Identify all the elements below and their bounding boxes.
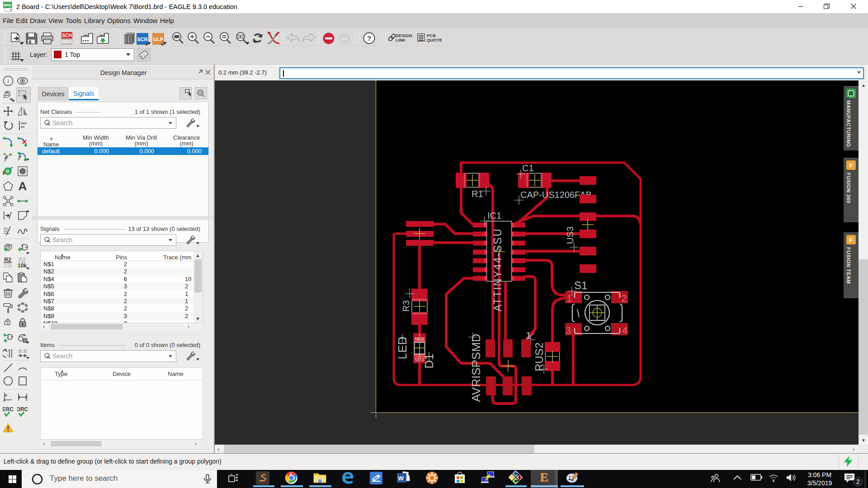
svg-text:AVRISPSMD: AVRISPSMD <box>469 333 483 402</box>
svg-text:SCH: SCH <box>62 33 72 38</box>
svg-text:i: i <box>7 78 9 84</box>
svg-text:R1: R1 <box>472 189 483 199</box>
svg-text:BRD: BRD <box>62 39 72 44</box>
svg-text:SCR: SCR <box>137 37 147 42</box>
svg-text:10k: 10k <box>3 263 12 268</box>
svg-text:US3: US3 <box>565 226 575 244</box>
svg-text:10k: 10k <box>18 263 27 268</box>
svg-text:R3: R3 <box>401 300 411 312</box>
svg-text:F: F <box>849 162 853 169</box>
svg-text:S1: S1 <box>574 279 587 291</box>
svg-text:2: 2 <box>856 478 860 485</box>
svg-text:IC1: IC1 <box>487 211 501 221</box>
svg-text:E: E <box>540 471 548 484</box>
svg-text:C1: C1 <box>522 163 534 173</box>
svg-text:?: ? <box>367 34 371 42</box>
svg-text:BRD: BRD <box>4 3 12 7</box>
svg-text:GO: GO <box>341 37 348 41</box>
svg-text:DRC: DRC <box>17 406 28 413</box>
svg-text:2: 2 <box>621 293 627 304</box>
svg-text:F: F <box>849 237 853 244</box>
svg-text:A: A <box>19 181 27 192</box>
svg-text:RUS2: RUS2 <box>533 343 545 371</box>
svg-text:ATTINY44-SSU: ATTINY44-SSU <box>492 228 504 312</box>
svg-text:W: W <box>398 475 404 482</box>
svg-text:1: 1 <box>566 293 572 304</box>
svg-text:3: 3 <box>566 325 571 336</box>
svg-text:N$10: N$10 <box>415 337 425 341</box>
svg-text:ERC: ERC <box>3 406 14 413</box>
svg-text:4: 4 <box>622 325 627 336</box>
svg-text:ULP: ULP <box>153 37 163 42</box>
